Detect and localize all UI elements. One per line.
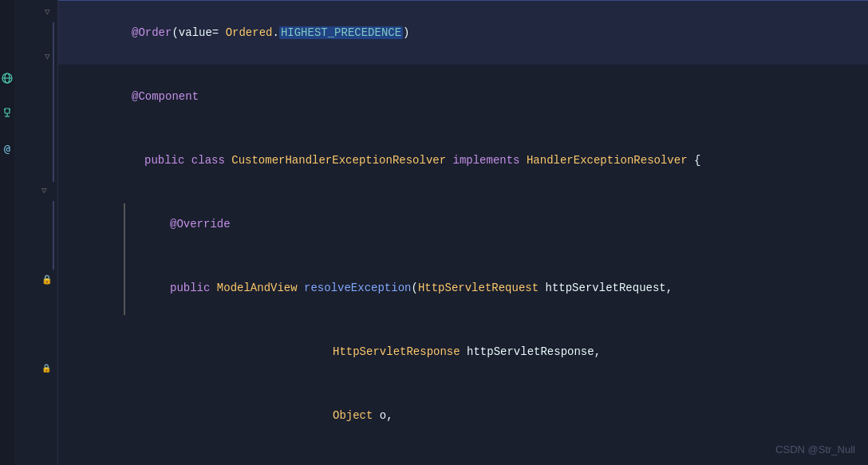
fold-arrow-3[interactable]: ▽	[45, 45, 50, 68]
line-5-content: public ModelAndView resolveException(Htt…	[58, 257, 673, 319]
fold-arrow-1[interactable]: ▽	[45, 1, 50, 23]
code-area: @Order(value= Ordered.HIGHEST_PRECEDENCE…	[58, 0, 868, 465]
at-icon[interactable]: @	[1, 142, 14, 155]
globe-icon[interactable]	[1, 72, 14, 85]
line-3-content: public class CustomerHandlerExceptionRes…	[58, 129, 700, 191]
plug-icon[interactable]	[1, 107, 14, 120]
line-8-content: Exception e) {	[58, 448, 427, 465]
catch-left-bar	[124, 270, 125, 315]
watermark: CSDN @Str_Null	[775, 443, 855, 455]
fold-arrow-9[interactable]: ▽	[41, 179, 47, 202]
line-2-content: @Component	[58, 65, 199, 128]
line-7-content: Object o,	[58, 384, 393, 447]
code-line-4: @Override	[58, 192, 868, 256]
code-line-1: @Order(value= Ordered.HIGHEST_PRECEDENCE…	[58, 0, 868, 65]
editor-container: @ ▽ ▽ ▽ 🔒 🔒	[0, 0, 868, 465]
svg-rect-3	[5, 108, 10, 113]
code-line-6: HttpServletResponse httpServletResponse,	[58, 320, 868, 384]
code-line-5: public ModelAndView resolveException(Htt…	[58, 256, 868, 320]
code-line-8: Exception e) {	[58, 447, 868, 465]
fold-arrow-12[interactable]: 🔒	[41, 269, 53, 291]
code-line-2: @Component	[58, 65, 868, 128]
line-4-content: @Override	[58, 193, 231, 255]
side-panel: @	[0, 0, 14, 465]
connector-1	[53, 22, 54, 182]
line-1-content: @Order(value= Ordered.HIGHEST_PRECEDENCE…	[58, 2, 410, 64]
code-line-7: Object o,	[58, 384, 868, 447]
connector-2	[53, 201, 54, 270]
line-6-content: HttpServletResponse httpServletResponse,	[58, 321, 601, 383]
code-line-3: public class CustomerHandlerExceptionRes…	[58, 128, 868, 192]
fold-arrow-15[interactable]: 🔒	[41, 358, 51, 380]
